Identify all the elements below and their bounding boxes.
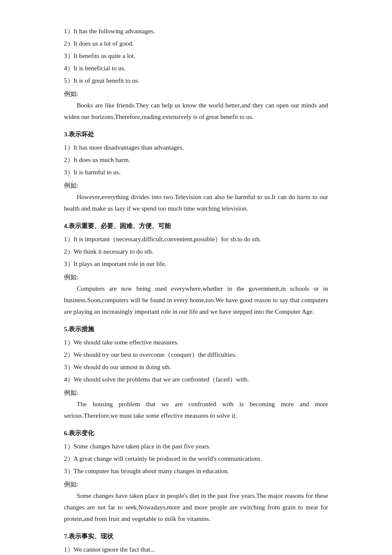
example-text: Computers are now being used everywhere,…	[64, 283, 328, 318]
list-item: 3）We should do our utmost in doing sth.	[64, 361, 328, 373]
list-item: 3）It is harmful to us.	[64, 167, 328, 178]
section-disadvantages: 3.表示坏处 1）It has more disadvantages than …	[64, 129, 328, 214]
list-item: 4）It is beneficial to us.	[64, 63, 328, 74]
section-heading: 6.表示变化	[64, 428, 328, 439]
list-item: 2）A great change will certainly be produ…	[64, 453, 328, 465]
example-text: Books are like friends.They can help us …	[64, 100, 328, 123]
list-item: 1）It has the following advantages.	[64, 26, 328, 37]
section-measures: 5.表示措施 1）We should take some effective m…	[64, 324, 328, 422]
list-item: 5）It is of great benefit to us.	[64, 75, 328, 87]
example-text: However,everything divides into two.Tele…	[64, 191, 328, 214]
section-changes: 6.表示变化 1）Some changes have taken place i…	[64, 428, 328, 525]
example-label: 例如:	[64, 272, 328, 283]
list-item: 1）We should take some effective measures…	[64, 337, 328, 348]
list-item: 1）It is important（necessary,difficult,co…	[64, 234, 328, 245]
list-item: 3）The computer has brought about many ch…	[64, 465, 328, 477]
list-item: 2）We should try our best to overcome（con…	[64, 349, 328, 361]
list-item: 1）We cannot ignore the fact that...	[64, 544, 328, 555]
list-item: 2）It does us a lot of good.	[64, 38, 328, 49]
list-item: 2）We think it necessary to do sth.	[64, 246, 328, 257]
list-item: 3）It plays an important role in our life…	[64, 258, 328, 270]
list-item: 1）It has more disadvantages than advanta…	[64, 142, 328, 153]
section-heading: 4.表示重要、必要、困难、方便、可能	[64, 220, 328, 232]
example-label: 例如:	[64, 479, 328, 490]
example-label: 例如:	[64, 88, 328, 100]
list-item: 3）It benefits us quite a lot.	[64, 50, 328, 62]
list-item: 4）We should solve the problems that we a…	[64, 374, 328, 385]
example-text: The housing problem that we are confront…	[64, 399, 328, 422]
list-item: 1）Some changes have taken place in the p…	[64, 441, 328, 452]
example-label: 例如:	[64, 180, 328, 191]
section-facts: 7.表示事实、现状 1）We cannot ignore the fact th…	[64, 531, 328, 555]
example-label: 例如:	[64, 387, 328, 399]
section-heading: 5.表示措施	[64, 324, 328, 335]
section-advantages: 1）It has the following advantages. 2）It …	[64, 26, 328, 123]
section-heading: 7.表示事实、现状	[64, 531, 328, 542]
example-text: Some changes have taken place in people'…	[64, 490, 328, 525]
list-item: 2）It does us much harm.	[64, 154, 328, 166]
section-heading: 3.表示坏处	[64, 129, 328, 140]
section-importance: 4.表示重要、必要、困难、方便、可能 1）It is important（nec…	[64, 220, 328, 318]
page-content: 1）It has the following advantages. 2）It …	[64, 26, 328, 555]
